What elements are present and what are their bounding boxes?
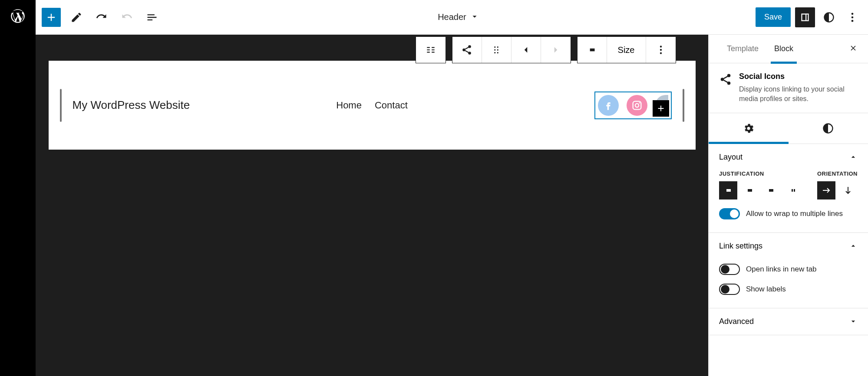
svg-point-7 xyxy=(497,46,498,48)
block-type-button[interactable] xyxy=(452,37,482,63)
chevron-down-icon xyxy=(849,317,858,326)
facebook-icon[interactable] xyxy=(598,95,619,116)
instagram-icon[interactable] xyxy=(627,95,647,116)
settings-sidebar: Template Block Social Icons Display icon… xyxy=(708,35,868,376)
block-name: Social Icons xyxy=(739,72,858,81)
justify-center-button[interactable] xyxy=(741,181,759,199)
link-settings-panel-toggle[interactable]: Link settings xyxy=(709,233,868,259)
block-toolbar: Size xyxy=(416,36,676,63)
settings-tab-general[interactable] xyxy=(709,113,789,144)
wordpress-logo-icon[interactable] xyxy=(10,8,26,26)
gear-icon xyxy=(743,122,755,134)
svg-point-1 xyxy=(851,16,854,18)
block-desc-text: Display icons linking to your social med… xyxy=(739,85,858,104)
editor-topbar: Header Save xyxy=(36,0,868,35)
wrap-toggle[interactable] xyxy=(719,208,740,219)
block-description: Social Icons Display icons linking to yo… xyxy=(709,63,868,113)
link-settings-panel: Link settings Open links in new tab Show… xyxy=(709,233,868,308)
nav-item[interactable]: Home xyxy=(336,100,362,111)
svg-point-14 xyxy=(660,52,661,54)
nav-item[interactable]: Contact xyxy=(375,100,408,111)
advanced-panel-toggle[interactable]: Advanced xyxy=(709,308,868,335)
settings-tab-styles[interactable] xyxy=(789,113,868,144)
wrap-toggle-label: Allow to wrap to multiple lines xyxy=(746,209,843,218)
svg-point-11 xyxy=(497,52,498,53)
options-menu-button[interactable] xyxy=(843,8,862,27)
chevron-down-icon xyxy=(470,12,479,23)
tab-block[interactable]: Block xyxy=(766,35,801,63)
resize-handle-left[interactable] xyxy=(60,89,62,122)
svg-point-2 xyxy=(851,20,854,22)
show-labels-toggle-label: Show labels xyxy=(746,285,786,294)
close-sidebar-button[interactable] xyxy=(849,44,858,54)
move-right-button[interactable] xyxy=(541,37,571,63)
justify-right-button[interactable] xyxy=(762,181,781,199)
svg-point-0 xyxy=(851,13,854,15)
add-block-button[interactable] xyxy=(42,8,61,27)
styles-icon xyxy=(822,122,834,134)
svg-point-13 xyxy=(660,49,661,51)
block-parent-button[interactable] xyxy=(416,37,446,63)
document-title-button[interactable]: Header xyxy=(166,12,751,23)
new-tab-toggle-label: Open links in new tab xyxy=(746,265,817,274)
advanced-panel: Advanced xyxy=(709,308,868,335)
svg-point-8 xyxy=(494,49,495,50)
svg-point-17 xyxy=(639,102,640,103)
social-icons-block[interactable] xyxy=(594,92,672,119)
undo-button[interactable] xyxy=(92,8,111,27)
svg-point-12 xyxy=(660,46,661,47)
align-button[interactable] xyxy=(578,37,607,63)
svg-point-6 xyxy=(494,46,495,48)
chevron-up-icon xyxy=(849,242,858,250)
wp-admin-bar xyxy=(0,0,36,376)
block-options-button[interactable] xyxy=(646,37,676,63)
save-button[interactable]: Save xyxy=(756,7,791,27)
resize-handle-right[interactable] xyxy=(683,89,684,122)
list-view-button[interactable] xyxy=(142,8,162,27)
svg-point-4 xyxy=(462,49,465,52)
share-icon xyxy=(719,73,732,86)
new-tab-toggle[interactable] xyxy=(719,264,740,275)
orientation-horizontal-button[interactable] xyxy=(817,181,835,199)
orientation-vertical-button[interactable] xyxy=(839,181,857,199)
layout-panel-toggle[interactable]: Layout xyxy=(709,144,868,170)
sidebar-toggle-button[interactable] xyxy=(795,7,815,27)
chevron-up-icon xyxy=(849,153,858,161)
add-social-icon-button[interactable] xyxy=(653,100,669,117)
justify-left-button[interactable] xyxy=(719,181,737,199)
size-button[interactable]: Size xyxy=(607,37,646,63)
tab-template[interactable]: Template xyxy=(719,35,766,63)
navigation-block[interactable]: Home Contact xyxy=(336,100,408,111)
move-left-button[interactable] xyxy=(512,37,541,63)
redo-button[interactable] xyxy=(117,8,136,27)
svg-point-19 xyxy=(721,78,724,81)
orientation-label: ORIENTATION xyxy=(817,170,858,177)
styles-button[interactable] xyxy=(819,8,838,27)
header-template-part[interactable]: Size My WordPress Website Home Contact xyxy=(49,61,696,150)
layout-panel: Layout JUSTIFICATION xyxy=(709,144,868,233)
justify-space-between-button[interactable] xyxy=(784,181,802,199)
svg-point-16 xyxy=(635,103,638,107)
svg-point-9 xyxy=(497,49,498,50)
svg-point-10 xyxy=(494,52,495,53)
site-title[interactable]: My WordPress Website xyxy=(73,98,190,112)
edit-mode-button[interactable] xyxy=(67,8,86,27)
block-drag-handle[interactable] xyxy=(482,37,512,63)
document-title: Header xyxy=(438,12,466,22)
editor-canvas[interactable]: Size My WordPress Website Home Contact xyxy=(36,35,708,376)
show-labels-toggle[interactable] xyxy=(719,284,740,295)
justification-label: JUSTIFICATION xyxy=(719,170,802,177)
